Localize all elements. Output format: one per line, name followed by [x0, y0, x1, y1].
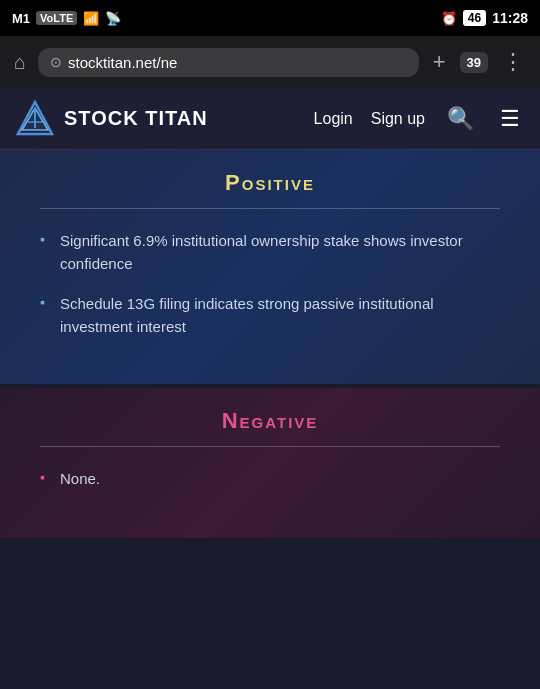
time-display: 11:28: [492, 10, 528, 26]
logo-area: STOCK TITAN: [16, 100, 314, 138]
search-button[interactable]: 🔍: [443, 104, 478, 134]
tab-count-badge[interactable]: 39: [460, 52, 488, 73]
signup-link[interactable]: Sign up: [371, 110, 425, 128]
address-bar[interactable]: ⊙ stocktitan.net/ne: [38, 48, 419, 77]
address-text: stocktitan.net/ne: [68, 54, 407, 71]
login-link[interactable]: Login: [314, 110, 353, 128]
home-button[interactable]: ⌂: [10, 47, 30, 78]
negative-bullet-list: None.: [40, 467, 500, 490]
negative-title: Negative: [40, 408, 500, 434]
logo-text: STOCK TITAN: [64, 107, 208, 130]
positive-divider: [40, 208, 500, 209]
negative-bullet-1: None.: [40, 467, 500, 490]
positive-bullet-list: Significant 6.9% institutional ownership…: [40, 229, 500, 338]
volte-badge: VoLTE: [36, 11, 77, 25]
browser-chrome: ⌂ ⊙ stocktitan.net/ne + 39 ⋮: [0, 36, 540, 88]
battery-icon: 46: [463, 10, 486, 26]
alarm-icon: ⏰: [441, 11, 457, 26]
logo-icon: [16, 100, 54, 138]
browser-menu-button[interactable]: ⋮: [496, 45, 530, 79]
signal-icon: 📶: [83, 11, 99, 26]
status-right: ⏰ 46 11:28: [441, 10, 528, 26]
positive-bullet-2: Schedule 13G filing indicates strong pas…: [40, 292, 500, 339]
main-content: Positive Significant 6.9% institutional …: [0, 150, 540, 538]
site-security-icon: ⊙: [50, 54, 62, 70]
status-left: M1 VoLTE 📶 📡: [12, 11, 121, 26]
add-tab-button[interactable]: +: [427, 45, 452, 79]
negative-section: Negative None.: [0, 388, 540, 538]
wifi-icon: 📡: [105, 11, 121, 26]
positive-bullet-1: Significant 6.9% institutional ownership…: [40, 229, 500, 276]
status-bar: M1 VoLTE 📶 📡 ⏰ 46 11:28: [0, 0, 540, 36]
positive-section: Positive Significant 6.9% institutional …: [0, 150, 540, 384]
nav-bar: STOCK TITAN Login Sign up 🔍 ☰: [0, 88, 540, 150]
nav-links: Login Sign up 🔍 ☰: [314, 104, 524, 134]
carrier-label: M1: [12, 11, 30, 26]
negative-divider: [40, 446, 500, 447]
positive-title: Positive: [40, 170, 500, 196]
menu-button[interactable]: ☰: [496, 104, 524, 134]
